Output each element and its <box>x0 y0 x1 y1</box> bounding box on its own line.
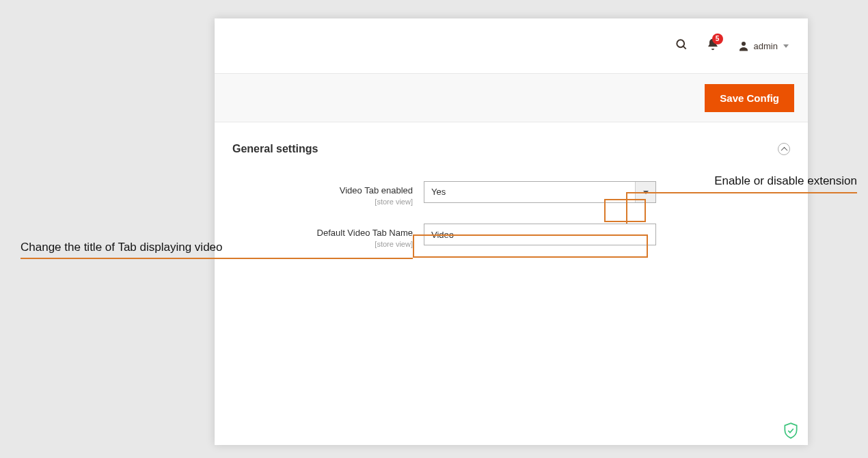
username-label: admin <box>754 41 778 51</box>
user-icon <box>737 40 750 52</box>
search-icon[interactable] <box>675 38 688 54</box>
notification-badge: 5 <box>712 33 723 44</box>
svg-line-1 <box>683 46 686 49</box>
save-config-button[interactable]: Save Config <box>705 84 794 112</box>
action-bar: Save Config <box>215 73 808 122</box>
collapse-icon[interactable] <box>778 143 790 155</box>
user-menu[interactable]: admin <box>737 40 789 52</box>
select-value: Yes <box>424 182 635 202</box>
svg-point-0 <box>677 40 684 47</box>
annotation-change-title: Change the title of Tab displaying video <box>21 241 223 254</box>
annotation-line <box>626 192 627 224</box>
annotation-line <box>21 258 413 259</box>
notifications-icon[interactable]: 5 <box>706 38 720 54</box>
svg-point-2 <box>742 42 746 46</box>
topbar: 5 admin <box>215 18 808 73</box>
field-label: Default Video Tab Name <box>317 228 413 238</box>
annotation-line <box>626 192 857 193</box>
field-default-video-tab-name: Default Video Tab Name [store view] <box>232 224 790 248</box>
field-scope: [store view] <box>232 198 413 206</box>
video-tab-enabled-select[interactable]: Yes <box>424 181 656 203</box>
field-scope: [store view] <box>232 240 413 248</box>
default-video-tab-name-input[interactable] <box>424 224 656 245</box>
annotation-enable-disable: Enable or disable extension <box>714 174 857 188</box>
field-label: Video Tab enabled <box>340 185 413 196</box>
chevron-down-icon <box>783 44 789 48</box>
shield-check-icon <box>782 422 800 440</box>
admin-panel: 5 admin Save Config General settings Vid… <box>215 18 808 445</box>
field-video-tab-enabled: Video Tab enabled [store view] Yes <box>232 181 790 206</box>
section-title: General settings <box>232 143 318 155</box>
